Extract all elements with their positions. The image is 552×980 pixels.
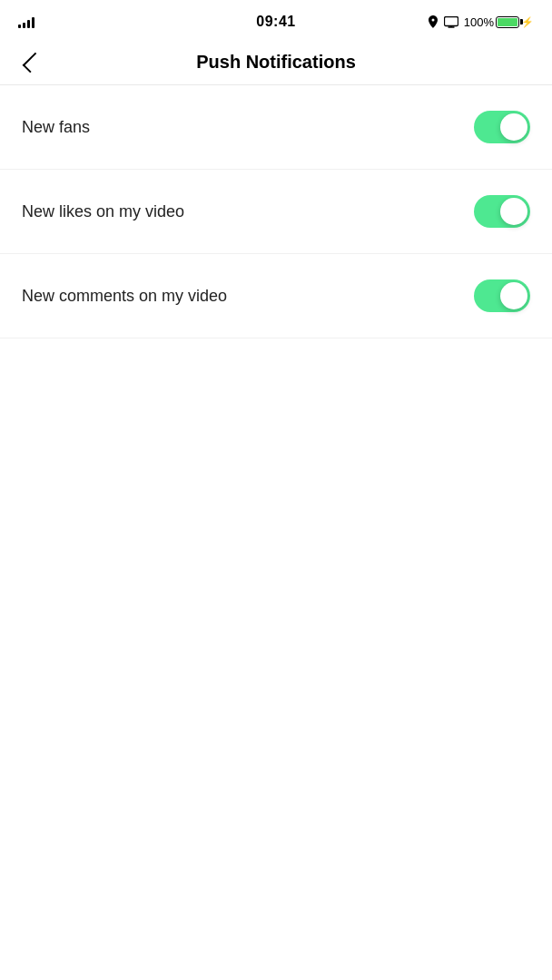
toggle-knob-new-fans bbox=[500, 113, 527, 141]
status-bar: 09:41 100% ⚡ bbox=[0, 0, 552, 40]
setting-label-new-comments: New comments on my video bbox=[22, 287, 227, 306]
toggle-new-likes[interactable] bbox=[474, 195, 530, 228]
toggle-knob-new-likes bbox=[500, 198, 527, 225]
location-icon bbox=[428, 15, 439, 28]
page-title: Push Notifications bbox=[196, 52, 356, 73]
status-right: 100% ⚡ bbox=[428, 15, 534, 29]
status-left bbox=[18, 15, 34, 28]
signal-bar-2 bbox=[23, 23, 25, 28]
back-chevron-icon bbox=[23, 52, 44, 73]
status-time: 09:41 bbox=[256, 14, 295, 30]
battery-icon bbox=[496, 16, 519, 28]
setting-row-new-comments: New comments on my video bbox=[0, 254, 552, 338]
signal-bar-1 bbox=[18, 24, 21, 28]
page-header: Push Notifications bbox=[0, 40, 552, 85]
battery-fill bbox=[498, 18, 518, 26]
back-button[interactable] bbox=[18, 50, 42, 75]
signal-bar-3 bbox=[27, 20, 30, 28]
signal-bar-4 bbox=[32, 17, 34, 28]
toggle-knob-new-comments bbox=[500, 282, 527, 309]
setting-label-new-likes: New likes on my video bbox=[22, 202, 184, 221]
battery-container: 100% ⚡ bbox=[464, 15, 534, 29]
toggle-new-comments[interactable] bbox=[474, 279, 530, 312]
toggle-new-fans[interactable] bbox=[474, 111, 530, 143]
settings-list: New fans New likes on my video New comme… bbox=[0, 85, 552, 338]
setting-row-new-fans: New fans bbox=[0, 85, 552, 170]
setting-label-new-fans: New fans bbox=[22, 118, 90, 137]
setting-row-new-likes: New likes on my video bbox=[0, 170, 552, 254]
signal-bars bbox=[18, 15, 34, 28]
monitor-icon bbox=[444, 16, 458, 28]
charging-icon: ⚡ bbox=[521, 16, 534, 28]
svg-rect-0 bbox=[444, 16, 458, 25]
battery-percent: 100% bbox=[464, 15, 494, 29]
